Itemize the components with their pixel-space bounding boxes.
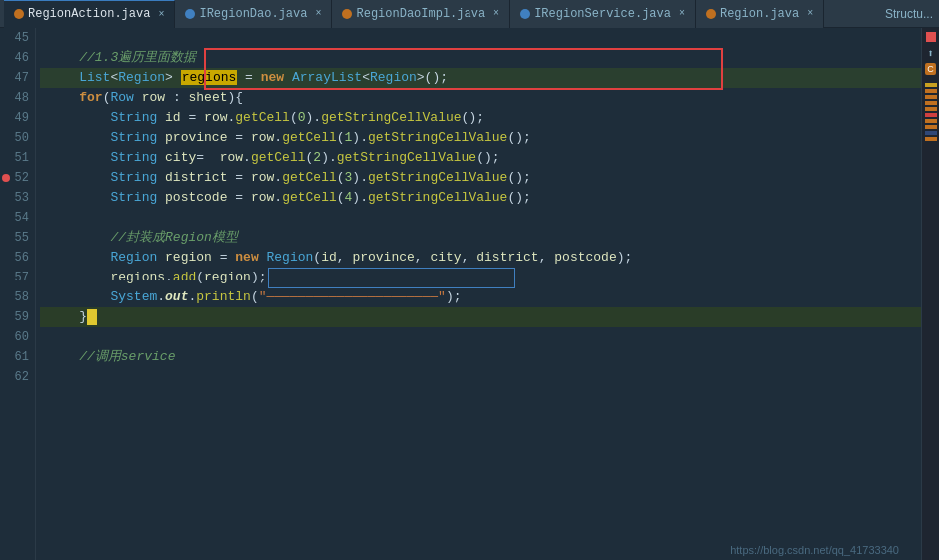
line-54: 54 [0, 208, 35, 228]
code-line-53: String postcode = row.getCell(4).getStri… [40, 188, 921, 208]
code-line-46: //1.3遍历里面数据 [40, 48, 921, 68]
scroll-marker-1 [925, 83, 937, 87]
code-line-47: List<Region> regions = new ArrayList<Reg… [40, 68, 921, 88]
code-line-57: regions.add(region); [40, 268, 921, 287]
code-line-62 [40, 367, 921, 387]
tab-icon-c3 [706, 9, 716, 19]
code-line-45 [40, 28, 921, 48]
structure-label: Structu... [885, 7, 933, 21]
scrollbar-markers[interactable]: ⬆ C [921, 28, 939, 560]
code-content[interactable]: //1.3遍历里面数据 List<Region> regions = new A… [36, 28, 921, 560]
scroll-marker-8 [925, 137, 937, 141]
tab-close-region[interactable]: × [807, 8, 813, 19]
line-55: 55 [0, 228, 35, 248]
scroll-marker-5 [925, 107, 937, 111]
tab-label-regiondaoimpl: RegionDaoImpl.java [356, 7, 485, 21]
line-56: 56 [0, 248, 35, 268]
line-61: 61 [0, 347, 35, 367]
tab-icon-i1 [185, 9, 195, 19]
code-line-52: String district = row.getCell(3).getStri… [40, 168, 921, 188]
tab-bar: RegionAction.java × IRegionDao.java × Re… [0, 0, 939, 28]
code-line-61: //调用service [40, 347, 921, 367]
tab-close-regionaction[interactable]: × [158, 9, 164, 20]
code-line-50: String province = row.getCell(1).getStri… [40, 128, 921, 148]
line-48: 48 [0, 88, 35, 108]
tab-close-regiondaoimpl[interactable]: × [493, 8, 499, 19]
scroll-marker-3 [925, 95, 937, 99]
code-line-55: //封装成Region模型 [40, 228, 921, 248]
tab-region[interactable]: Region.java × [696, 0, 824, 28]
line-60: 60 [0, 327, 35, 347]
line-51: 51 [0, 148, 35, 168]
c-badge: C [925, 63, 936, 75]
comment-61: //调用service [79, 349, 175, 364]
code-line-60 [40, 327, 921, 347]
scroll-marker-blue [925, 131, 937, 135]
kw-for: for [79, 90, 102, 105]
line-58: 58 [0, 287, 35, 307]
code-line-58: System.out.println("————————————————————… [40, 287, 921, 307]
scroll-up-icon[interactable]: ⬆ [927, 47, 934, 60]
var-regions: regions [181, 70, 238, 85]
tab-regiondaoimpl[interactable]: RegionDaoImpl.java × [332, 0, 510, 28]
tab-label-iregionservice: IRegionService.java [534, 7, 671, 21]
line-52: 52 [0, 168, 35, 188]
line-number-gutter: 45 46 47 48 49 50 51 52 53 54 55 56 57 5… [0, 28, 36, 560]
line-45: 45 [0, 28, 35, 48]
tab-regionaction[interactable]: RegionAction.java × [4, 0, 175, 28]
text-cursor [87, 309, 97, 325]
line-47: 47 [0, 68, 35, 88]
comment-46: //1.3遍历里面数据 [79, 50, 196, 65]
tab-close-iregiondao[interactable]: × [315, 8, 321, 19]
tab-label-region: Region.java [720, 7, 799, 21]
tab-iregionservice[interactable]: IRegionService.java × [510, 0, 696, 28]
line-57: 57 [0, 268, 35, 287]
code-line-56: Region region = new Region(id, province,… [40, 248, 921, 268]
line-62: 62 [0, 367, 35, 387]
line-46: 46 [0, 48, 35, 68]
code-editor-main: 45 46 47 48 49 50 51 52 53 54 55 56 57 5… [0, 28, 939, 560]
scroll-marker-7 [925, 125, 937, 129]
scroll-marker-2 [925, 89, 937, 93]
code-line-51: String city= row.getCell(2).getStringCel… [40, 148, 921, 168]
scroll-marker-4 [925, 101, 937, 105]
tab-icon-i2 [520, 9, 530, 19]
tab-icon-c2 [342, 9, 352, 19]
tab-iregiondao[interactable]: IRegionDao.java × [175, 0, 332, 28]
code-line-49: String id = row.getCell(0).getStringCell… [40, 108, 921, 128]
tab-close-iregionservice[interactable]: × [679, 8, 685, 19]
comment-55: //封装成Region模型 [110, 230, 237, 245]
code-line-54 [40, 208, 921, 228]
line-49: 49 [0, 108, 35, 128]
error-indicator [926, 32, 936, 42]
scroll-marker-6 [925, 119, 937, 123]
line-53: 53 [0, 188, 35, 208]
tab-label-iregiondao: IRegionDao.java [199, 7, 307, 21]
watermark: https://blog.csdn.net/qq_41733340 [730, 544, 899, 556]
line-59: 59 [0, 307, 35, 327]
code-line-48: for(Row row : sheet){ [40, 88, 921, 108]
code-line-59: } [40, 307, 921, 327]
tab-label-regionaction: RegionAction.java [28, 7, 150, 21]
scroll-marker-error [925, 113, 937, 117]
type-list: List [79, 70, 110, 85]
line-50: 50 [0, 128, 35, 148]
tab-icon-c [14, 9, 24, 19]
